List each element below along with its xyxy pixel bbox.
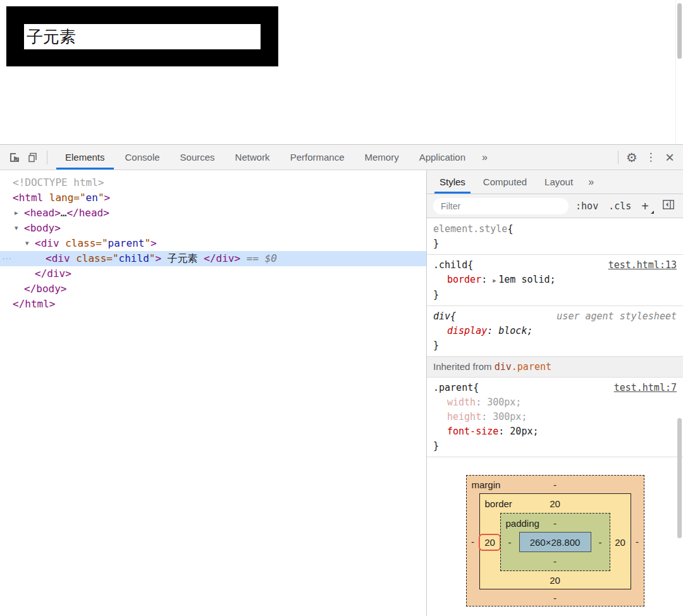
tree-line-4[interactable]: ▾<div class="parent">	[0, 236, 426, 251]
css-property-height[interactable]: height: 300px;	[433, 410, 677, 424]
code-token: <div	[46, 252, 70, 264]
open-brace: {	[450, 309, 456, 324]
border-top-value[interactable]: 20	[550, 498, 560, 509]
tab-performance[interactable]: Performance	[280, 145, 355, 169]
new-style-rule-button[interactable]: +	[641, 200, 653, 213]
property-value[interactable]: 1em solid;	[498, 274, 555, 285]
padding-bottom-value[interactable]: -	[553, 556, 557, 567]
tree-line-5[interactable]: ⋯<div class="child"> 子元素 </div> == $0	[0, 251, 426, 266]
settings-gear-icon[interactable]: ⚙	[622, 148, 641, 167]
rule-selector[interactable]: div	[433, 309, 450, 324]
more-actions-dots-icon[interactable]: ⋯	[2, 251, 12, 266]
code-token: ="	[73, 192, 85, 204]
tree-line-1[interactable]: <html lang="en">	[0, 190, 426, 206]
open-brace: {	[507, 222, 513, 237]
inherited-ancestor-class[interactable]: .parent	[512, 361, 551, 373]
box-model-border[interactable]: border 20 20 padding -	[479, 493, 631, 589]
code-token: </head>	[66, 207, 109, 219]
box-model-margin[interactable]: margin - - border 20	[466, 475, 644, 607]
box-model-padding[interactable]: padding - - 260×28.800	[500, 513, 610, 571]
twisty-expanded-icon[interactable]: ▾	[25, 236, 29, 251]
border-right-value[interactable]: 20	[610, 513, 631, 571]
tree-line-3[interactable]: ▾<body>	[0, 221, 426, 236]
box-model-content[interactable]: 260×28.800	[519, 532, 591, 552]
margin-label: margin	[472, 479, 501, 490]
twisty-collapsed-icon[interactable]: ▸	[15, 206, 18, 221]
property-name[interactable]: height	[447, 411, 481, 422]
property-value[interactable]: 300px;	[487, 397, 521, 408]
margin-left-value[interactable]: -	[467, 493, 479, 589]
property-name[interactable]: width	[447, 397, 476, 408]
tab-application[interactable]: Application	[409, 145, 476, 169]
source-location-link[interactable]: test.html:13	[608, 258, 677, 273]
code-token: …	[61, 207, 67, 219]
expand-shorthand-icon[interactable]: ▸	[493, 276, 498, 285]
property-value[interactable]: 300px;	[493, 411, 527, 422]
property-name[interactable]: border	[447, 274, 481, 285]
sidebar-toggle-icon[interactable]	[663, 200, 674, 212]
inspect-element-icon[interactable]	[5, 148, 24, 167]
tree-line-2[interactable]: ▸<head>…</head>	[0, 206, 426, 221]
code-token: "	[98, 192, 104, 204]
margin-top-value[interactable]: -	[553, 479, 557, 490]
dom-tree: <!DOCTYPE html><html lang="en">▸<head>…<…	[0, 175, 426, 312]
margin-right-value[interactable]: -	[631, 493, 644, 589]
page-scrollbar-thumb[interactable]	[677, 3, 682, 59]
devtools-tab-bar: ElementsConsoleSourcesNetworkPerformance…	[55, 145, 494, 169]
sidebar-tab-styles[interactable]: Styles	[431, 170, 474, 194]
code-token: parent	[108, 237, 145, 249]
styles-sidebar-tab-bar: StylesComputedLayout»	[427, 170, 683, 194]
border-bottom-value[interactable]: 20	[550, 575, 560, 586]
close-brace: }	[433, 338, 677, 353]
rule-selector[interactable]: element.style	[433, 222, 507, 237]
css-property-display[interactable]: display: block;	[433, 324, 677, 338]
css-property-width[interactable]: width: 300px;	[433, 395, 677, 410]
rule-selector[interactable]: .child	[433, 258, 467, 273]
tab-elements[interactable]: Elements	[55, 145, 115, 169]
tab-memory[interactable]: Memory	[355, 145, 409, 169]
code-token: </div>	[35, 268, 71, 280]
twisty-expanded-icon[interactable]: ▾	[15, 221, 18, 236]
device-toolbar-icon[interactable]	[24, 148, 43, 167]
inherited-ancestor-tag[interactable]: div	[495, 361, 512, 373]
code-token: $0	[265, 252, 277, 264]
property-name[interactable]: font-size	[447, 426, 498, 437]
css-property-border[interactable]: border: ▸ 1em solid;	[433, 273, 677, 288]
more-options-kebab-icon[interactable]: ⋮	[641, 148, 660, 167]
padding-left-value[interactable]: -	[501, 533, 519, 551]
rule-selector[interactable]: .parent	[433, 381, 473, 395]
code-token: en	[86, 192, 98, 204]
tree-line-7[interactable]: </body>	[0, 281, 426, 297]
property-value[interactable]: block;	[498, 325, 532, 336]
sidebar-tab-computed[interactable]: Computed	[474, 170, 536, 194]
padding-top-value[interactable]: -	[553, 518, 557, 529]
css-rule-div-ua: div {user agent stylesheetdisplay: block…	[427, 306, 683, 357]
tree-line-8[interactable]: </html>	[0, 297, 426, 312]
page-scrollbar[interactable]	[675, 0, 683, 144]
property-value[interactable]: 20px;	[510, 426, 538, 437]
tab-console[interactable]: Console	[115, 145, 170, 169]
more-tabs-chevron[interactable]: »	[476, 145, 494, 169]
tab-sources[interactable]: Sources	[170, 145, 225, 169]
tree-line-6[interactable]: </div>	[0, 266, 426, 281]
code-token: 子元素	[161, 252, 204, 264]
styles-filter-input[interactable]	[433, 198, 569, 214]
code-token: </body>	[24, 283, 66, 295]
sidebar-more-tabs-chevron[interactable]: »	[582, 170, 600, 194]
styles-scrollbar-thumb[interactable]	[677, 418, 682, 538]
tab-network[interactable]: Network	[225, 145, 280, 169]
margin-bottom-value[interactable]: -	[553, 593, 557, 603]
property-name[interactable]: display	[447, 325, 487, 336]
element-classes-button[interactable]: .cls	[608, 200, 631, 212]
code-token: ==	[240, 252, 265, 264]
code-token: class	[70, 252, 107, 264]
sidebar-tab-layout[interactable]: Layout	[536, 170, 582, 194]
css-rule-element-style: element.style {}	[427, 219, 683, 255]
padding-right-value[interactable]: -	[591, 533, 610, 551]
source-location-link[interactable]: test.html:7	[614, 381, 677, 395]
css-property-font-size[interactable]: font-size: 20px;	[433, 424, 677, 439]
border-left-value-highlighted[interactable]: 20	[479, 534, 501, 551]
close-devtools-icon[interactable]: ×	[660, 148, 679, 167]
tree-line-0[interactable]: <!DOCTYPE html>	[0, 175, 426, 190]
toggle-element-state-button[interactable]: :hov	[575, 200, 598, 212]
